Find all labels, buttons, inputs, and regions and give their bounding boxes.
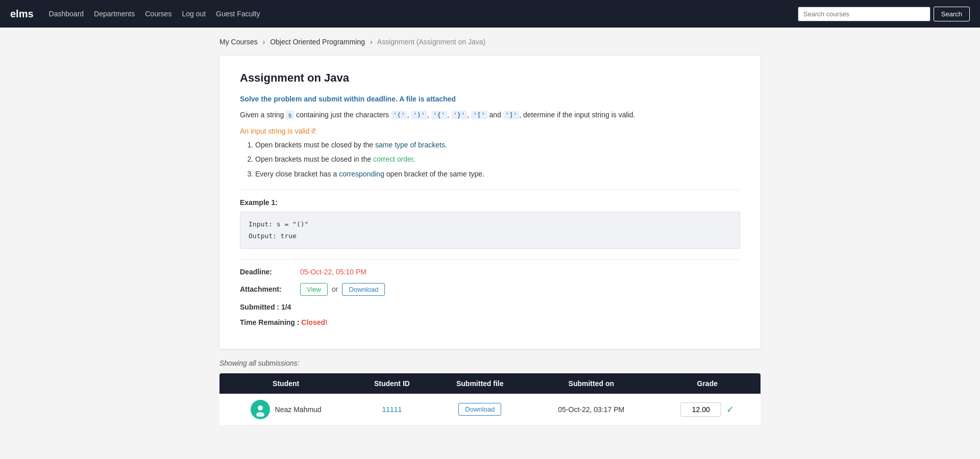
breadcrumb-course-name[interactable]: Object Oriented Programming [270,38,365,46]
code-input-line: Input: s = "()" [249,218,731,230]
avatar [251,400,270,419]
rule-2: Open brackets must be closed in the corr… [255,154,740,165]
nav-dashboard[interactable]: Dashboard [49,10,84,18]
download-attachment-button[interactable]: Download [342,283,385,296]
submissions-table: Student Student ID Submitted file Submit… [219,373,761,426]
table-header: Student Student ID Submitted file Submit… [219,373,761,394]
nav-links: Dashboard Departments Courses Log out Gu… [49,10,788,18]
student-cell: Neaz Mahmud [228,400,344,419]
col-student: Student [219,373,352,394]
code-paren-open: '(' [391,111,407,119]
col-submitted-file: Submitted file [432,373,529,394]
assignment-card: Assignment on Java Solve the problem and… [219,56,761,349]
assignment-description: Given a string s containing just the cha… [240,109,740,121]
attachment-label: Attachment: [240,285,296,293]
avatar-icon [253,402,267,417]
nav-courses[interactable]: Courses [145,10,172,18]
assignment-title: Assignment on Java [240,71,740,85]
rule-3: Every close bracket has a corresponding … [255,168,740,180]
submissions-section: Showing all submissions: Student Student… [219,359,761,426]
example-label: Example 1: [240,198,740,207]
breadcrumb-current: Assignment (Assignment on Java) [377,38,485,46]
time-remaining-row: Time Remaining : Closed! [240,318,740,326]
grade-cell: ✓ [663,402,753,417]
rules-list: Open brackets must be closed by the same… [255,139,740,180]
valid-if-label: An input string is valid if: [240,127,740,135]
student-id-link[interactable]: 11111 [382,405,402,414]
divider-2 [240,259,740,260]
time-remaining-label: Time Remaining : Closed! [240,318,328,326]
main-container: My Courses › Object Oriented Programming… [209,28,771,436]
deadline-label: Deadline: [240,268,296,276]
submissions-label: Showing all submissions: [219,359,761,367]
or-text: or [332,285,338,293]
submitted-count: Submitted : 1/4 [240,303,740,311]
nav-guest-faculty[interactable]: Guest Faculty [216,10,260,18]
check-icon: ✓ [726,404,734,415]
table-body: Neaz Mahmud 11111 Download 05-Oct-22, 03… [219,394,761,426]
navbar: elms Dashboard Departments Courses Log o… [0,0,980,28]
search-bar: Search [798,7,970,21]
code-s: s [286,111,294,119]
col-submitted-on: Submitted on [528,373,654,394]
breadcrumb-my-courses[interactable]: My Courses [219,38,258,46]
code-output-line: Output: true [249,230,731,242]
deadline-row: Deadline: 05-Oct-22, 05:10 PM [240,268,740,276]
code-brace-close: '}' [451,111,467,119]
cell-submitted-file: Download [432,394,529,426]
attachment-row: Attachment: View or Download [240,283,740,296]
nav-logout[interactable]: Log out [182,10,206,18]
deadline-value: 05-Oct-22, 05:10 PM [300,268,366,276]
table-header-row: Student Student ID Submitted file Submit… [219,373,761,394]
code-example: Input: s = "()" Output: true [240,212,740,249]
code-brace-open: '{' [431,111,447,119]
cell-student-id: 11111 [352,394,431,426]
code-paren-close: ')' [411,111,427,119]
cell-grade: ✓ [654,394,761,426]
breadcrumb-separator-1: › [263,38,265,46]
col-student-id: Student ID [352,373,431,394]
svg-point-1 [258,405,263,411]
time-remaining-value: Closed! [301,318,327,326]
search-button[interactable]: Search [934,7,970,21]
brand-logo[interactable]: elms [10,8,34,20]
col-grade: Grade [654,373,761,394]
view-attachment-button[interactable]: View [300,283,328,296]
nav-departments[interactable]: Departments [94,10,135,18]
table-row: Neaz Mahmud 11111 Download 05-Oct-22, 03… [219,394,761,426]
grade-input[interactable] [680,402,721,417]
cell-submitted-on: 05-Oct-22, 03:17 PM [528,394,654,426]
breadcrumb: My Courses › Object Oriented Programming… [219,38,761,46]
download-file-button[interactable]: Download [458,403,501,416]
code-bracket-close: ']' [503,111,519,119]
student-name: Neaz Mahmud [275,405,322,414]
divider-1 [240,190,740,190]
rule-1: Open brackets must be closed by the same… [255,139,740,150]
cell-student: Neaz Mahmud [219,394,352,426]
code-bracket-open: '[' [471,111,487,119]
breadcrumb-separator-2: › [370,38,373,46]
assignment-instruction: Solve the problem and submit within dead… [240,95,740,103]
search-input[interactable] [798,7,930,21]
